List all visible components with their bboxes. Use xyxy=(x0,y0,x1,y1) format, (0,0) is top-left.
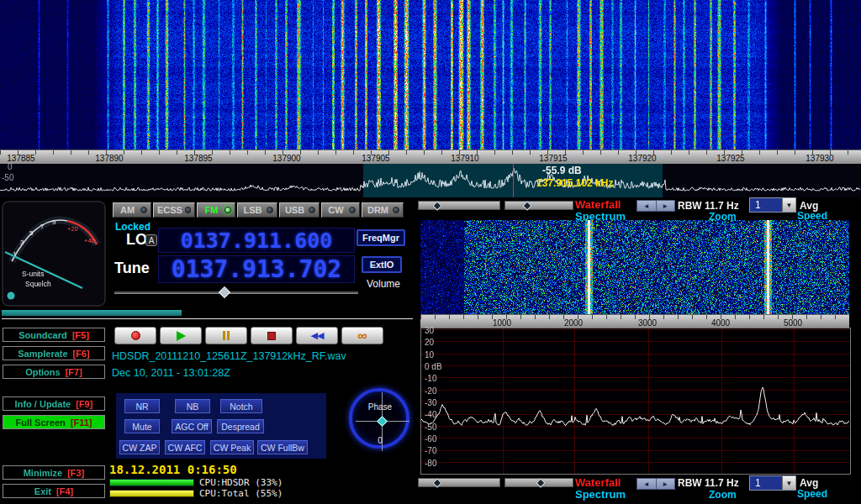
main-waterfall-display[interactable] xyxy=(0,0,861,150)
dropdown-arrow-icon[interactable]: ▼ xyxy=(782,476,795,490)
freqmgr-button[interactable]: FreqMgr xyxy=(357,229,405,246)
extio-button[interactable]: ExtIO xyxy=(362,256,402,273)
dropdown-arrow-icon[interactable]: ▼ xyxy=(782,198,795,212)
frequency-readout: 137.915.102 kHz xyxy=(536,177,613,189)
slider-thumb[interactable] xyxy=(432,201,441,210)
audio-waterfall-display[interactable] xyxy=(420,220,849,314)
db-axis-label: -40 xyxy=(425,410,436,419)
nr-button[interactable]: NR xyxy=(124,399,160,413)
spectrum-brightness-slider[interactable] xyxy=(504,478,573,487)
s-units-label: S-units xyxy=(22,270,44,278)
cpu-hdsdr-label: CPU:HDSDR (33%) xyxy=(199,477,283,488)
tune-frequency-display[interactable]: 0137.913.702 xyxy=(158,255,355,283)
waterfall-brightness-slider[interactable] xyxy=(504,201,573,210)
button-label: Samplerate xyxy=(18,349,67,359)
main-spectrum-strip[interactable]: 0 -50 -55.9 dB 137.915.102 kHz xyxy=(0,164,861,197)
waterfall-tab-label-bottom[interactable]: Waterfall xyxy=(575,476,621,489)
play-icon xyxy=(177,331,186,341)
nb-button[interactable]: NB xyxy=(175,399,210,413)
scale-label: 137890 xyxy=(95,154,123,163)
mode-label: ECSS xyxy=(157,205,182,215)
lo-lock-badge[interactable]: A xyxy=(145,234,157,246)
avg-select-bottom[interactable]: 1 ▼ xyxy=(749,475,796,491)
soundcard-button[interactable]: Soundcard [F5] xyxy=(3,328,105,342)
db-axis-label: -50 xyxy=(425,423,436,432)
divider-line xyxy=(2,318,413,319)
cw-fullbw-button[interactable]: CW FullBw xyxy=(257,440,308,454)
mode-lsb-button[interactable]: LSB xyxy=(237,202,277,218)
zoom-in-arrow-icon[interactable]: ► xyxy=(657,479,675,489)
exit-button[interactable]: Exit [F4] xyxy=(3,484,105,498)
zoom-in-arrow-icon[interactable]: ► xyxy=(657,201,675,211)
mute-button[interactable]: Mute xyxy=(124,419,160,433)
button-key: [F9] xyxy=(76,399,92,409)
audio-spectrum-plot[interactable]: 30 20 10 0 dB -10 -20 -30 -40 -50 -60 -7… xyxy=(420,328,851,475)
scale-label: 3000 xyxy=(638,318,657,328)
button-label: Soundcard xyxy=(18,330,66,340)
spectrum-tab-label-bottom[interactable]: Spectrum xyxy=(575,488,626,501)
meter-tick-label: 7 xyxy=(40,223,45,230)
mode-led-icon xyxy=(267,207,273,213)
squelch-indicator-dot[interactable] xyxy=(8,292,15,300)
record-icon xyxy=(131,331,140,340)
agc-button[interactable]: AGC Off xyxy=(172,419,212,433)
full-screen-button[interactable]: Full Screen [F11] xyxy=(3,415,105,429)
options-button[interactable]: Options [F7] xyxy=(3,365,105,379)
rewind-button[interactable]: ◀◀ xyxy=(296,327,338,344)
mode-am-button[interactable]: AM xyxy=(113,202,151,218)
mode-ecss-button[interactable]: ECSS xyxy=(153,202,195,218)
slider-thumb[interactable] xyxy=(536,478,545,487)
avg-label-bottom: Avg xyxy=(800,477,818,489)
avg-select[interactable]: 1 ▼ xyxy=(749,197,796,213)
scale-label: 137925 xyxy=(716,154,744,163)
mode-label: LSB xyxy=(241,205,264,215)
scale-label: 137920 xyxy=(628,154,656,163)
slider-thumb[interactable] xyxy=(522,201,531,210)
zoom-label-bottom: Zoom xyxy=(709,489,737,501)
mode-drm-button[interactable]: DRM xyxy=(362,202,404,218)
mode-label: FM xyxy=(201,205,222,215)
pause-button[interactable] xyxy=(205,327,247,344)
record-button[interactable] xyxy=(114,327,156,344)
mode-cw-button[interactable]: CW xyxy=(321,202,360,218)
mode-usb-button[interactable]: USB xyxy=(279,202,320,218)
mode-fm-button[interactable]: FM xyxy=(197,202,235,218)
cpu-bar-total xyxy=(109,490,194,497)
strip-axis-label: 0 xyxy=(8,162,13,171)
media-button-row: ◀◀ ∞ xyxy=(114,327,383,344)
samplerate-button[interactable]: Samplerate [F6] xyxy=(3,346,105,360)
tune-cursor-line xyxy=(513,164,514,197)
loop-icon: ∞ xyxy=(357,328,367,344)
play-button[interactable] xyxy=(160,327,202,344)
slider-thumb[interactable] xyxy=(432,478,441,487)
main-frequency-scale[interactable]: 137885 137890 137895 137900 137905 13791… xyxy=(0,150,861,164)
audio-spectrum-canvas xyxy=(421,328,850,474)
meter-tick-label: 3 xyxy=(20,239,24,246)
monitor-button[interactable]: ∞ xyxy=(341,327,383,344)
mode-led-icon xyxy=(349,207,356,213)
lo-frequency-display[interactable]: 0137.911.600 xyxy=(158,228,355,253)
waterfall-contrast-slider[interactable] xyxy=(418,201,500,210)
mode-led-icon xyxy=(140,207,147,213)
notch-button[interactable]: Notch xyxy=(220,399,262,413)
cw-zap-button[interactable]: CW ZAP xyxy=(119,440,160,454)
info-update-button[interactable]: Info / Update [F9] xyxy=(3,396,105,411)
zoom-out-arrow-icon[interactable]: ◄ xyxy=(637,479,657,489)
cw-peak-button[interactable]: CW Peak xyxy=(210,440,254,454)
audio-frequency-scale[interactable]: 1000 2000 3000 4000 5000 xyxy=(420,314,849,328)
db-axis-label: -70 xyxy=(425,446,436,455)
volume-slider[interactable] xyxy=(114,291,358,294)
button-key: [F4] xyxy=(56,486,73,496)
scale-label: 137910 xyxy=(451,154,478,163)
volume-slider-thumb[interactable] xyxy=(219,286,230,298)
stop-button[interactable] xyxy=(251,327,293,344)
zoom-out-arrow-icon[interactable]: ◄ xyxy=(637,201,657,211)
cw-afc-button[interactable]: CW AFC xyxy=(165,440,205,454)
despread-button[interactable]: Despread xyxy=(217,419,264,433)
waterfall-tab-label[interactable]: Waterfall xyxy=(575,198,621,211)
button-key: [F7] xyxy=(66,367,82,377)
button-key: [F11] xyxy=(71,417,92,428)
spectrum-contrast-slider[interactable] xyxy=(418,478,500,487)
minimize-button[interactable]: Minimize [F3] xyxy=(3,465,105,480)
meter-tick-label: 5 xyxy=(29,229,34,237)
